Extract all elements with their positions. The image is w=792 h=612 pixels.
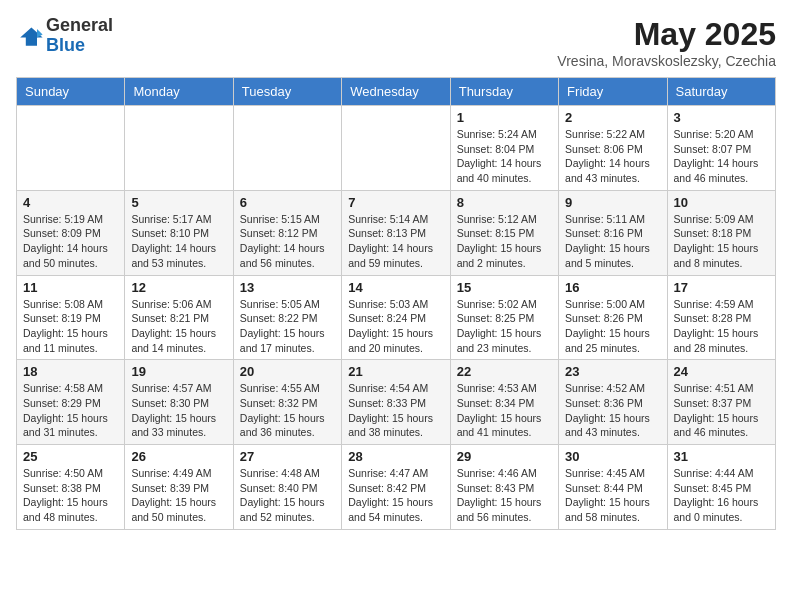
day-number: 10 — [674, 195, 769, 210]
day-info: Sunrise: 4:54 AM Sunset: 8:33 PM Dayligh… — [348, 381, 443, 440]
day-number: 5 — [131, 195, 226, 210]
day-info: Sunrise: 4:51 AM Sunset: 8:37 PM Dayligh… — [674, 381, 769, 440]
weekday-header-tuesday: Tuesday — [233, 78, 341, 106]
day-number: 4 — [23, 195, 118, 210]
day-cell: 22Sunrise: 4:53 AM Sunset: 8:34 PM Dayli… — [450, 360, 558, 445]
day-cell: 13Sunrise: 5:05 AM Sunset: 8:22 PM Dayli… — [233, 275, 341, 360]
day-info: Sunrise: 5:24 AM Sunset: 8:04 PM Dayligh… — [457, 127, 552, 186]
day-cell: 27Sunrise: 4:48 AM Sunset: 8:40 PM Dayli… — [233, 445, 341, 530]
week-row-5: 25Sunrise: 4:50 AM Sunset: 8:38 PM Dayli… — [17, 445, 776, 530]
day-cell: 11Sunrise: 5:08 AM Sunset: 8:19 PM Dayli… — [17, 275, 125, 360]
day-cell: 7Sunrise: 5:14 AM Sunset: 8:13 PM Daylig… — [342, 190, 450, 275]
weekday-header-friday: Friday — [559, 78, 667, 106]
day-info: Sunrise: 4:47 AM Sunset: 8:42 PM Dayligh… — [348, 466, 443, 525]
day-info: Sunrise: 4:49 AM Sunset: 8:39 PM Dayligh… — [131, 466, 226, 525]
day-info: Sunrise: 4:58 AM Sunset: 8:29 PM Dayligh… — [23, 381, 118, 440]
day-cell: 9Sunrise: 5:11 AM Sunset: 8:16 PM Daylig… — [559, 190, 667, 275]
day-cell: 21Sunrise: 4:54 AM Sunset: 8:33 PM Dayli… — [342, 360, 450, 445]
day-number: 3 — [674, 110, 769, 125]
day-number: 23 — [565, 364, 660, 379]
day-cell: 31Sunrise: 4:44 AM Sunset: 8:45 PM Dayli… — [667, 445, 775, 530]
day-info: Sunrise: 5:17 AM Sunset: 8:10 PM Dayligh… — [131, 212, 226, 271]
day-info: Sunrise: 5:06 AM Sunset: 8:21 PM Dayligh… — [131, 297, 226, 356]
day-number: 9 — [565, 195, 660, 210]
weekday-header-sunday: Sunday — [17, 78, 125, 106]
day-info: Sunrise: 4:59 AM Sunset: 8:28 PM Dayligh… — [674, 297, 769, 356]
day-cell: 15Sunrise: 5:02 AM Sunset: 8:25 PM Dayli… — [450, 275, 558, 360]
day-number: 27 — [240, 449, 335, 464]
day-number: 29 — [457, 449, 552, 464]
day-number: 14 — [348, 280, 443, 295]
day-info: Sunrise: 4:46 AM Sunset: 8:43 PM Dayligh… — [457, 466, 552, 525]
day-info: Sunrise: 5:05 AM Sunset: 8:22 PM Dayligh… — [240, 297, 335, 356]
day-cell: 14Sunrise: 5:03 AM Sunset: 8:24 PM Dayli… — [342, 275, 450, 360]
day-number: 19 — [131, 364, 226, 379]
calendar-table: SundayMondayTuesdayWednesdayThursdayFrid… — [16, 77, 776, 530]
day-number: 28 — [348, 449, 443, 464]
day-number: 7 — [348, 195, 443, 210]
day-number: 15 — [457, 280, 552, 295]
day-number: 11 — [23, 280, 118, 295]
day-info: Sunrise: 5:02 AM Sunset: 8:25 PM Dayligh… — [457, 297, 552, 356]
day-info: Sunrise: 4:52 AM Sunset: 8:36 PM Dayligh… — [565, 381, 660, 440]
day-cell: 2Sunrise: 5:22 AM Sunset: 8:06 PM Daylig… — [559, 106, 667, 191]
day-cell: 1Sunrise: 5:24 AM Sunset: 8:04 PM Daylig… — [450, 106, 558, 191]
day-info: Sunrise: 4:50 AM Sunset: 8:38 PM Dayligh… — [23, 466, 118, 525]
page-header: General Blue May 2025 Vresina, Moravskos… — [16, 16, 776, 69]
day-cell: 24Sunrise: 4:51 AM Sunset: 8:37 PM Dayli… — [667, 360, 775, 445]
day-info: Sunrise: 5:00 AM Sunset: 8:26 PM Dayligh… — [565, 297, 660, 356]
weekday-header-saturday: Saturday — [667, 78, 775, 106]
day-info: Sunrise: 5:14 AM Sunset: 8:13 PM Dayligh… — [348, 212, 443, 271]
week-row-1: 1Sunrise: 5:24 AM Sunset: 8:04 PM Daylig… — [17, 106, 776, 191]
day-number: 17 — [674, 280, 769, 295]
day-cell: 18Sunrise: 4:58 AM Sunset: 8:29 PM Dayli… — [17, 360, 125, 445]
day-cell — [342, 106, 450, 191]
day-number: 30 — [565, 449, 660, 464]
day-cell: 10Sunrise: 5:09 AM Sunset: 8:18 PM Dayli… — [667, 190, 775, 275]
day-number: 12 — [131, 280, 226, 295]
day-cell — [17, 106, 125, 191]
day-info: Sunrise: 4:53 AM Sunset: 8:34 PM Dayligh… — [457, 381, 552, 440]
day-number: 2 — [565, 110, 660, 125]
day-number: 20 — [240, 364, 335, 379]
day-cell: 4Sunrise: 5:19 AM Sunset: 8:09 PM Daylig… — [17, 190, 125, 275]
day-number: 16 — [565, 280, 660, 295]
weekday-header-thursday: Thursday — [450, 78, 558, 106]
day-number: 6 — [240, 195, 335, 210]
week-row-4: 18Sunrise: 4:58 AM Sunset: 8:29 PM Dayli… — [17, 360, 776, 445]
day-cell: 29Sunrise: 4:46 AM Sunset: 8:43 PM Dayli… — [450, 445, 558, 530]
weekday-header-wednesday: Wednesday — [342, 78, 450, 106]
day-number: 21 — [348, 364, 443, 379]
day-info: Sunrise: 5:19 AM Sunset: 8:09 PM Dayligh… — [23, 212, 118, 271]
day-info: Sunrise: 5:12 AM Sunset: 8:15 PM Dayligh… — [457, 212, 552, 271]
day-info: Sunrise: 4:48 AM Sunset: 8:40 PM Dayligh… — [240, 466, 335, 525]
day-cell: 8Sunrise: 5:12 AM Sunset: 8:15 PM Daylig… — [450, 190, 558, 275]
day-cell: 6Sunrise: 5:15 AM Sunset: 8:12 PM Daylig… — [233, 190, 341, 275]
day-info: Sunrise: 5:09 AM Sunset: 8:18 PM Dayligh… — [674, 212, 769, 271]
day-info: Sunrise: 5:15 AM Sunset: 8:12 PM Dayligh… — [240, 212, 335, 271]
day-number: 24 — [674, 364, 769, 379]
day-number: 18 — [23, 364, 118, 379]
day-number: 26 — [131, 449, 226, 464]
day-cell: 28Sunrise: 4:47 AM Sunset: 8:42 PM Dayli… — [342, 445, 450, 530]
day-number: 1 — [457, 110, 552, 125]
day-info: Sunrise: 4:44 AM Sunset: 8:45 PM Dayligh… — [674, 466, 769, 525]
week-row-3: 11Sunrise: 5:08 AM Sunset: 8:19 PM Dayli… — [17, 275, 776, 360]
day-cell — [233, 106, 341, 191]
day-cell: 26Sunrise: 4:49 AM Sunset: 8:39 PM Dayli… — [125, 445, 233, 530]
day-info: Sunrise: 4:57 AM Sunset: 8:30 PM Dayligh… — [131, 381, 226, 440]
day-cell — [125, 106, 233, 191]
weekday-header-monday: Monday — [125, 78, 233, 106]
svg-marker-0 — [20, 27, 42, 45]
day-cell: 16Sunrise: 5:00 AM Sunset: 8:26 PM Dayli… — [559, 275, 667, 360]
day-cell: 20Sunrise: 4:55 AM Sunset: 8:32 PM Dayli… — [233, 360, 341, 445]
day-info: Sunrise: 5:11 AM Sunset: 8:16 PM Dayligh… — [565, 212, 660, 271]
day-info: Sunrise: 5:03 AM Sunset: 8:24 PM Dayligh… — [348, 297, 443, 356]
title-block: May 2025 Vresina, Moravskoslezsky, Czech… — [557, 16, 776, 69]
day-number: 22 — [457, 364, 552, 379]
weekday-header-row: SundayMondayTuesdayWednesdayThursdayFrid… — [17, 78, 776, 106]
day-info: Sunrise: 5:20 AM Sunset: 8:07 PM Dayligh… — [674, 127, 769, 186]
day-cell: 23Sunrise: 4:52 AM Sunset: 8:36 PM Dayli… — [559, 360, 667, 445]
day-info: Sunrise: 4:45 AM Sunset: 8:44 PM Dayligh… — [565, 466, 660, 525]
day-info: Sunrise: 5:08 AM Sunset: 8:19 PM Dayligh… — [23, 297, 118, 356]
